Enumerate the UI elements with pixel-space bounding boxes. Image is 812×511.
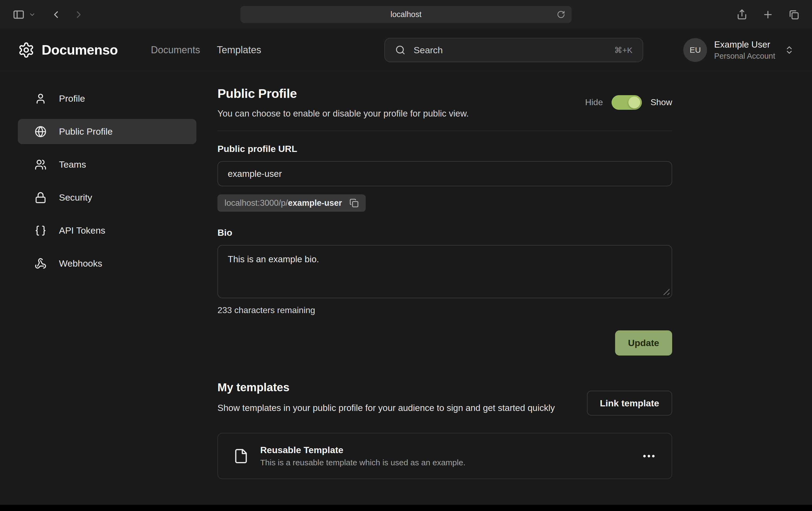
page-title: Public Profile — [218, 86, 469, 101]
sidebar-item-label: API Tokens — [59, 225, 105, 236]
public-profile-url-input[interactable] — [218, 161, 672, 186]
more-menu-icon[interactable] — [641, 453, 657, 459]
sidebar-item-security[interactable]: Security — [18, 185, 196, 210]
brand-logo-link[interactable]: Documenso — [18, 42, 118, 58]
account-type: Personal Account — [714, 52, 775, 61]
braces-icon — [35, 225, 47, 237]
search-icon — [395, 45, 405, 55]
profile-url-preview: localhost:3000/p/example-user — [218, 194, 366, 212]
sidebar-item-teams[interactable]: Teams — [18, 152, 196, 177]
account-menu-button[interactable]: EU Example User Personal Account — [683, 38, 794, 62]
sidebar-item-webhooks[interactable]: Webhooks — [18, 251, 196, 276]
toggle-knob — [628, 96, 640, 109]
search-input[interactable]: Search ⌘+K — [384, 38, 643, 62]
bio-field-label: Bio — [218, 228, 672, 238]
update-button[interactable]: Update — [615, 330, 672, 356]
users-icon — [35, 159, 47, 171]
template-description: This is a reusable template which is use… — [260, 458, 465, 467]
sidebar-item-label: Teams — [59, 159, 86, 170]
template-card: Reusable Template This is a reusable tem… — [218, 433, 672, 479]
app-header: Documenso Documents Templates Search ⌘+K… — [0, 29, 812, 71]
profile-visibility-toggle[interactable] — [612, 95, 642, 110]
profile-url-text: localhost:3000/p/example-user — [225, 198, 342, 208]
search-placeholder: Search — [413, 45, 443, 55]
visibility-toggle-row: Hide Show — [585, 95, 672, 110]
browser-back-icon[interactable] — [50, 9, 62, 20]
account-text: Example User Personal Account — [714, 39, 775, 61]
tab-overview-icon[interactable] — [788, 9, 800, 20]
main-area: Profile Public Profile Teams Security AP… — [0, 71, 812, 479]
sidebar-item-label: Public Profile — [59, 126, 113, 137]
sidebar-item-api-tokens[interactable]: API Tokens — [18, 218, 196, 243]
browser-chrome: localhost — [0, 0, 812, 29]
documenso-logo-icon — [18, 42, 35, 58]
templates-title: My templates — [218, 381, 555, 394]
window-bottom-edge — [0, 505, 812, 511]
url-field-label: Public profile URL — [218, 144, 672, 154]
chevrons-up-down-icon — [784, 45, 794, 55]
address-bar[interactable]: localhost — [240, 6, 572, 23]
section-divider — [218, 130, 672, 131]
lock-icon — [35, 192, 47, 204]
copy-icon[interactable] — [349, 199, 359, 208]
nav-templates[interactable]: Templates — [217, 44, 261, 56]
sidebar-item-profile[interactable]: Profile — [18, 86, 196, 111]
browser-sidebar-toggle-icon[interactable] — [12, 8, 25, 21]
account-name: Example User — [714, 39, 775, 50]
user-icon — [35, 93, 47, 104]
sidebar-item-public-profile[interactable]: Public Profile — [18, 119, 196, 144]
address-bar-url: localhost — [390, 10, 422, 19]
nav-documents[interactable]: Documents — [151, 44, 200, 56]
main-nav: Documents Templates — [151, 44, 261, 56]
brand-name: Documenso — [42, 42, 118, 58]
settings-sidebar: Profile Public Profile Teams Security AP… — [18, 86, 196, 479]
page-subtitle: You can choose to enable or disable your… — [218, 109, 469, 119]
bio-textarea[interactable]: This is an example bio. — [218, 245, 672, 298]
webhook-icon — [35, 258, 47, 270]
search-shortcut: ⌘+K — [614, 46, 633, 55]
refresh-icon[interactable] — [557, 10, 565, 19]
file-icon — [233, 448, 249, 464]
new-tab-icon[interactable] — [762, 9, 774, 20]
browser-forward-icon — [73, 9, 84, 20]
templates-description: Show templates in your public profile fo… — [218, 401, 555, 415]
globe-icon — [35, 126, 47, 138]
template-name: Reusable Template — [260, 445, 465, 455]
show-label: Show — [650, 97, 672, 107]
link-template-button[interactable]: Link template — [587, 391, 672, 416]
sidebar-item-label: Webhooks — [59, 258, 102, 269]
my-templates-section: My templates Show templates in your publ… — [218, 381, 672, 479]
sidebar-item-label: Security — [59, 192, 92, 203]
avatar: EU — [683, 38, 707, 62]
sidebar-item-label: Profile — [59, 93, 85, 104]
chevron-down-icon[interactable] — [29, 11, 36, 18]
hide-label: Hide — [585, 97, 603, 107]
settings-content: Public Profile You can choose to enable … — [218, 86, 672, 479]
characters-remaining: 233 characters remaining — [218, 305, 672, 315]
share-icon[interactable] — [736, 9, 748, 20]
avatar-initials: EU — [690, 46, 701, 55]
